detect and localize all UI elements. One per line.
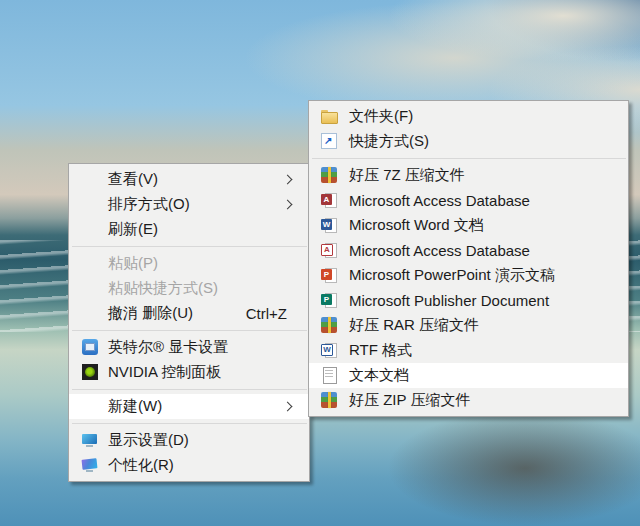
chevron-right-icon bbox=[283, 402, 293, 412]
menu-item-nvidia-control-panel[interactable]: NVIDIA 控制面板 bbox=[69, 360, 309, 385]
submenu-item-haozip-rar[interactable]: 好压 RAR 压缩文件 bbox=[309, 313, 628, 338]
menu-item-intel-graphics-settings[interactable]: 英特尔® 显卡设置 bbox=[69, 335, 309, 360]
menu-item-label: 好压 RAR 压缩文件 bbox=[349, 316, 479, 335]
menu-item-label: 粘贴快捷方式(S) bbox=[108, 279, 218, 298]
menu-item-label: Microsoft Access Database bbox=[349, 192, 530, 209]
personalize-icon bbox=[82, 457, 98, 473]
powerpoint-icon bbox=[321, 267, 337, 283]
menu-item-paste[interactable]: 粘贴(P) bbox=[69, 251, 309, 276]
menu-separator bbox=[72, 246, 307, 247]
chevron-right-icon bbox=[283, 175, 293, 185]
menu-item-label: 显示设置(D) bbox=[108, 431, 189, 450]
menu-item-label: NVIDIA 控制面板 bbox=[108, 363, 221, 382]
submenu-item-access-database[interactable]: Microsoft Access Database bbox=[309, 188, 628, 213]
publisher-icon bbox=[321, 292, 337, 308]
submenu-item-shortcut[interactable]: 快捷方式(S) bbox=[309, 129, 628, 154]
submenu-item-folder[interactable]: 文件夹(F) bbox=[309, 104, 628, 129]
menu-item-label: 文件夹(F) bbox=[349, 107, 413, 126]
submenu-item-powerpoint-presentation[interactable]: Microsoft PowerPoint 演示文稿 bbox=[309, 263, 628, 288]
rtf-icon bbox=[321, 342, 337, 358]
menu-item-label: 好压 ZIP 压缩文件 bbox=[349, 391, 470, 410]
menu-item-label: 刷新(E) bbox=[108, 220, 158, 239]
folder-icon bbox=[321, 108, 337, 124]
menu-item-label: 英特尔® 显卡设置 bbox=[108, 338, 228, 357]
shortcut-icon bbox=[321, 133, 337, 149]
menu-item-label: 粘贴(P) bbox=[108, 254, 158, 273]
menu-item-refresh[interactable]: 刷新(E) bbox=[69, 217, 309, 242]
menu-item-label: 快捷方式(S) bbox=[349, 132, 429, 151]
menu-item-new[interactable]: 新建(W) bbox=[69, 394, 309, 419]
menu-item-label: Microsoft Publisher Document bbox=[349, 292, 549, 309]
menu-item-label: 文本文档 bbox=[349, 366, 409, 385]
submenu-item-haozip-7z[interactable]: 好压 7Z 压缩文件 bbox=[309, 163, 628, 188]
haozip-archive-icon bbox=[321, 317, 337, 333]
menu-separator bbox=[312, 158, 626, 159]
menu-item-undo-delete[interactable]: 撤消 删除(U)Ctrl+Z bbox=[69, 301, 309, 326]
submenu-item-haozip-zip[interactable]: 好压 ZIP 压缩文件 bbox=[309, 388, 628, 413]
haozip-archive-icon bbox=[321, 167, 337, 183]
menu-item-label: Microsoft Access Database bbox=[349, 242, 530, 259]
menu-separator bbox=[72, 330, 307, 331]
submenu-item-publisher-document[interactable]: Microsoft Publisher Document bbox=[309, 288, 628, 313]
word-icon bbox=[321, 217, 337, 233]
menu-item-label: 排序方式(O) bbox=[108, 195, 190, 214]
display-settings-icon bbox=[82, 432, 98, 448]
menu-item-label: 新建(W) bbox=[108, 397, 162, 416]
nvidia-icon bbox=[82, 364, 98, 380]
menu-item-display-settings[interactable]: 显示设置(D) bbox=[69, 428, 309, 453]
menu-item-sort-by[interactable]: 排序方式(O) bbox=[69, 192, 309, 217]
access-icon bbox=[321, 192, 337, 208]
menu-item-shortcut: Ctrl+Z bbox=[246, 305, 295, 322]
menu-item-label: 查看(V) bbox=[108, 170, 158, 189]
submenu-item-text-document[interactable]: 文本文档 bbox=[309, 363, 628, 388]
haozip-archive-icon bbox=[321, 392, 337, 408]
access-legacy-icon bbox=[321, 242, 337, 258]
text-document-icon bbox=[321, 367, 337, 383]
chevron-right-icon bbox=[283, 200, 293, 210]
menu-item-paste-shortcut[interactable]: 粘贴快捷方式(S) bbox=[69, 276, 309, 301]
menu-item-label: 撤消 删除(U) bbox=[108, 304, 193, 323]
menu-item-label: Microsoft Word 文档 bbox=[349, 216, 484, 235]
menu-separator bbox=[72, 389, 307, 390]
menu-item-label: 个性化(R) bbox=[108, 456, 174, 475]
intel-graphics-icon bbox=[82, 339, 98, 355]
desktop-background: 查看(V)排序方式(O)刷新(E)粘贴(P)粘贴快捷方式(S)撤消 删除(U)C… bbox=[0, 0, 640, 526]
desktop-context-menu: 查看(V)排序方式(O)刷新(E)粘贴(P)粘贴快捷方式(S)撤消 删除(U)C… bbox=[68, 163, 310, 482]
menu-item-label: 好压 7Z 压缩文件 bbox=[349, 166, 465, 185]
menu-item-label: Microsoft PowerPoint 演示文稿 bbox=[349, 266, 555, 285]
new-item-submenu: 文件夹(F)快捷方式(S)好压 7Z 压缩文件Microsoft Access … bbox=[308, 100, 629, 417]
submenu-item-rtf[interactable]: RTF 格式 bbox=[309, 338, 628, 363]
menu-item-label: RTF 格式 bbox=[349, 341, 412, 360]
submenu-item-access-database-2[interactable]: Microsoft Access Database bbox=[309, 238, 628, 263]
menu-item-view[interactable]: 查看(V) bbox=[69, 167, 309, 192]
menu-separator bbox=[72, 423, 307, 424]
menu-item-personalize[interactable]: 个性化(R) bbox=[69, 453, 309, 478]
submenu-item-word-document[interactable]: Microsoft Word 文档 bbox=[309, 213, 628, 238]
